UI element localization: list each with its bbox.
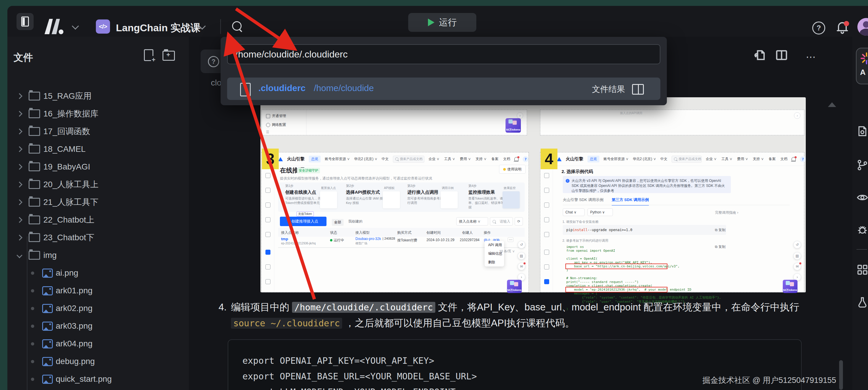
chevron-button: ›: [794, 112, 801, 119]
overview-pill: 总览: [588, 156, 599, 162]
nav-menu-item: 企业 ∨: [429, 157, 439, 162]
file-tree-row[interactable]: 16_操作数据库: [7, 105, 189, 123]
file-tree-row[interactable]: ai.png: [7, 264, 189, 282]
hamburger-icon: ☰: [266, 130, 269, 134]
watch-eye-icon[interactable]: [857, 192, 868, 203]
more-actions-button[interactable]: ⋯: [806, 51, 817, 63]
new-folder-button[interactable]: [162, 49, 173, 60]
image-file-icon: [42, 375, 53, 384]
file-tree-row[interactable]: ark03.png: [7, 317, 189, 335]
console-search-box: 搜索产品或文档: [393, 156, 425, 163]
table-search-input: 请输入: [490, 217, 513, 226]
image-file-icon: [42, 322, 53, 331]
console-user-badge: 7: [800, 156, 806, 162]
marscode-logo-icon[interactable]: [43, 18, 67, 35]
file-tree-row[interactable]: 21_人脉工具下: [7, 193, 189, 211]
new-file-button[interactable]: [143, 49, 153, 60]
file-tree-row[interactable]: img: [7, 247, 189, 264]
file-tree-label: 18_CAMEL: [43, 144, 86, 154]
file-tree-row[interactable]: 20_人脉工具上: [7, 176, 189, 193]
file-tree-label: 15_RAG应用: [43, 91, 91, 102]
row-actions-menu: API 调用编辑信息删除: [485, 241, 504, 266]
tabs-underline: [563, 205, 790, 205]
nav-menu-item: 费用 ∨: [460, 157, 471, 162]
code-line: {"role": "system", "content": "你是豆包，是由字节…: [566, 295, 720, 299]
overview-pill: 总览: [309, 156, 320, 162]
chevron-icon: [17, 252, 23, 258]
nav-menu-item: 工具 ∨: [721, 157, 732, 162]
search-icon[interactable]: [232, 21, 242, 31]
test-flask-icon[interactable]: [857, 296, 868, 308]
figure-strip-right: 接入点的API调用 ›: [540, 110, 804, 135]
collapse-triangle-icon[interactable]: [828, 102, 836, 107]
file-tree-row[interactable]: 19_BabyAGI: [7, 158, 189, 176]
image-file-icon: [42, 286, 53, 295]
tokens-promo-badge: 50万tokens: [505, 118, 521, 133]
inline-code: source ~/.cloudiderc: [231, 318, 342, 329]
image-file-icon: [42, 357, 53, 366]
preview-file-icon[interactable]: [857, 125, 868, 137]
list-filter-tabs: 全部我创建的: [332, 219, 363, 226]
file-tree-label: 21_人脉工具下: [43, 197, 98, 208]
file-tree-row[interactable]: run.png: [7, 388, 189, 390]
file-tree-label: 16_操作数据库: [43, 108, 98, 119]
nav-menu-item: 费用 ∨: [737, 157, 748, 162]
file-tree-label: 19_BabyAGI: [43, 162, 90, 171]
sidebar-toggle-button[interactable]: [17, 13, 34, 30]
search-icon: [395, 157, 399, 161]
file-tree-row[interactable]: ark01.png: [7, 282, 189, 299]
ai-assistant-button[interactable]: A: [856, 48, 868, 84]
run-button[interactable]: 运行: [408, 13, 476, 32]
figure-strip-left: 开通管理 网络配置 ☰ › 50万tokens: [261, 110, 527, 135]
file-tree-row[interactable]: quick_start.png: [7, 370, 189, 388]
file-explorer-title: 文件: [13, 51, 33, 64]
volcengine-logo-icon: [278, 157, 283, 161]
open-to-side-icon[interactable]: [632, 84, 644, 95]
split-editor-icon[interactable]: [775, 48, 788, 62]
install-step-label: 1. 请按如下命令安装依赖: [562, 220, 598, 224]
export-share-icon[interactable]: [753, 48, 766, 62]
image-file-icon: [42, 268, 53, 278]
volcengine-brand: 火山引擎: [287, 156, 305, 162]
help-button[interactable]: ?: [812, 22, 825, 34]
quick-open-dialog: .cloudiderc /home/cloudide 文件结果: [221, 37, 667, 105]
result-file-name: .cloudiderc: [258, 83, 306, 93]
file-tree-label: ark02.png: [56, 304, 93, 313]
debug-bug-icon[interactable]: [857, 224, 868, 236]
folder-icon: [29, 198, 40, 207]
git-branch-icon[interactable]: [857, 159, 868, 171]
region-menu: 华北2 (北京) ∨: [354, 157, 377, 162]
sdk-tab: 第三方 SDK 调用示例: [612, 197, 649, 205]
step-mini-card: [383, 191, 400, 208]
search-result-row[interactable]: .cloudiderc /home/cloudide 文件结果: [227, 77, 660, 100]
tokens-promo-badge: 50万tokens: [783, 280, 798, 293]
file-tree-row[interactable]: 17_回调函数: [7, 123, 189, 140]
file-tree-row[interactable]: 22_Chatbot上: [7, 211, 189, 229]
nav-menu-item: 支持 ∨: [476, 157, 487, 162]
file-tree-row[interactable]: ark04.png: [7, 335, 189, 353]
quick-open-input[interactable]: [227, 44, 660, 64]
nav-menu-item: 支持 ∨: [753, 157, 764, 162]
file-tree-row[interactable]: ark02.png: [7, 299, 189, 317]
list-number: 4.: [219, 299, 227, 315]
code-line: # Non-streaming:: [566, 276, 720, 280]
helper-circle-icon: ✉: [518, 263, 525, 270]
notifications-bell-icon[interactable]: [835, 20, 850, 35]
step-mini-card: [441, 191, 458, 208]
console-bell-icon: [792, 157, 796, 161]
git-status-dot: [31, 325, 34, 328]
ai-sparkle-icon: [860, 52, 868, 65]
user-avatar[interactable]: [857, 18, 868, 36]
file-tree-row[interactable]: 15_RAG应用: [7, 87, 189, 105]
top-bar: </> LangChain 实战课 运行 ?: [7, 6, 868, 37]
volcengine-brand: 火山引擎: [566, 156, 583, 162]
file-tree-row[interactable]: 23_Chatbot下: [7, 229, 189, 247]
workspace-chevron-down-icon[interactable]: [72, 23, 79, 30]
code-line: messages = [: [566, 292, 720, 295]
extensions-grid-icon[interactable]: [857, 264, 868, 275]
region-menu: 华北2 (北京) ∨: [633, 157, 656, 162]
copy-button: ⧉ 复制: [715, 228, 725, 233]
file-tree-row[interactable]: debug.png: [7, 353, 189, 370]
file-tree-row[interactable]: 18_CAMEL: [7, 140, 189, 158]
scrollbar-thumb[interactable]: [839, 360, 843, 390]
